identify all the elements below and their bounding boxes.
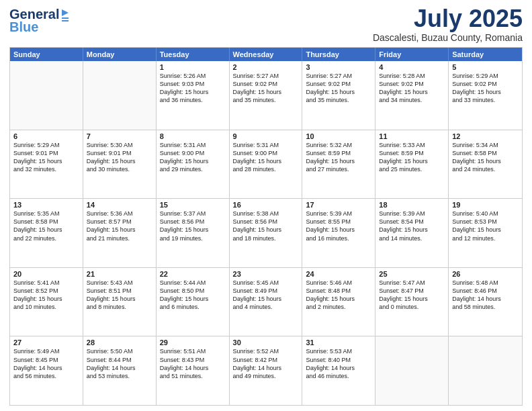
cell-info-line: Sunrise: 5:53 AM xyxy=(306,347,371,355)
cell-info-line: Daylight: 14 hours xyxy=(160,364,226,372)
cell-info-line: Daylight: 15 hours xyxy=(306,226,371,234)
day-cell-10: 10Sunrise: 5:32 AMSunset: 8:59 PMDayligh… xyxy=(302,130,375,199)
cell-info-line: Sunrise: 5:39 AM xyxy=(379,210,445,218)
day-cell-18: 18Sunrise: 5:39 AMSunset: 8:54 PMDayligh… xyxy=(375,199,449,267)
day-number: 26 xyxy=(452,270,519,278)
day-cell-12: 12Sunrise: 5:34 AMSunset: 8:58 PMDayligh… xyxy=(449,130,522,199)
cell-info-line: Daylight: 15 hours xyxy=(452,157,519,165)
cell-info-line: Daylight: 15 hours xyxy=(160,157,226,165)
calendar-row-2: 13Sunrise: 5:35 AMSunset: 8:58 PMDayligh… xyxy=(10,198,522,267)
header-thursday: Thursday xyxy=(302,48,375,61)
cell-info-line: Sunrise: 5:27 AM xyxy=(233,72,299,80)
day-cell-30: 30Sunrise: 5:52 AMSunset: 8:42 PMDayligh… xyxy=(230,336,303,405)
cell-info-line: Sunset: 9:01 PM xyxy=(13,149,79,157)
cell-info-line: Sunset: 8:42 PM xyxy=(233,356,299,364)
day-cell-22: 22Sunrise: 5:44 AMSunset: 8:50 PMDayligh… xyxy=(157,268,230,336)
cell-info-line: Daylight: 15 hours xyxy=(160,88,226,96)
header-friday: Friday xyxy=(375,48,449,61)
cell-info-line: Daylight: 15 hours xyxy=(452,88,519,96)
day-cell-26: 26Sunrise: 5:48 AMSunset: 8:46 PMDayligh… xyxy=(449,268,522,336)
empty-cell xyxy=(10,61,83,130)
day-number: 31 xyxy=(306,338,371,347)
header-right: July 2025 Dascalesti, Buzau County, Roma… xyxy=(373,7,523,43)
day-number: 20 xyxy=(13,270,79,278)
day-number: 8 xyxy=(160,132,226,140)
cell-info-line: and 30 minutes. xyxy=(87,165,152,173)
cell-info-line: and 25 minutes. xyxy=(379,165,445,173)
cell-info-line: Daylight: 15 hours xyxy=(87,226,152,234)
day-cell-24: 24Sunrise: 5:46 AMSunset: 8:48 PMDayligh… xyxy=(302,268,375,336)
day-number: 16 xyxy=(233,201,299,209)
cell-info-line: Sunrise: 5:49 AM xyxy=(13,347,79,355)
day-cell-20: 20Sunrise: 5:41 AMSunset: 8:52 PMDayligh… xyxy=(10,268,83,336)
cell-info-line: Sunset: 8:56 PM xyxy=(160,218,226,226)
cell-info-line: and 35 minutes. xyxy=(306,96,371,104)
cell-info-line: Daylight: 14 hours xyxy=(13,364,79,372)
day-number: 21 xyxy=(87,270,152,278)
day-number: 29 xyxy=(160,338,226,347)
day-cell-21: 21Sunrise: 5:43 AMSunset: 8:51 PMDayligh… xyxy=(83,268,157,336)
cell-info-line: and 21 minutes. xyxy=(87,234,152,242)
day-cell-11: 11Sunrise: 5:33 AMSunset: 8:59 PMDayligh… xyxy=(375,130,449,199)
cell-info-line: and 10 minutes. xyxy=(13,303,79,311)
cell-info-line: Sunrise: 5:31 AM xyxy=(160,141,226,149)
cell-info-line: and 53 minutes. xyxy=(87,372,152,380)
cell-info-line: Sunset: 9:01 PM xyxy=(87,149,152,157)
cell-info-line: Sunset: 8:58 PM xyxy=(452,149,519,157)
cell-info-line: Daylight: 15 hours xyxy=(233,295,299,303)
cell-info-line: Sunrise: 5:46 AM xyxy=(306,279,371,287)
cell-info-line: Sunrise: 5:50 AM xyxy=(87,347,152,355)
cell-info-line: Sunset: 9:02 PM xyxy=(452,80,519,88)
calendar-header: Sunday Monday Tuesday Wednesday Thursday… xyxy=(10,48,522,61)
cell-info-line: Daylight: 15 hours xyxy=(160,226,226,234)
cell-info-line: Daylight: 15 hours xyxy=(379,295,445,303)
cell-info-line: Sunset: 8:48 PM xyxy=(306,287,371,295)
cell-info-line: and 28 minutes. xyxy=(233,165,299,173)
day-cell-23: 23Sunrise: 5:45 AMSunset: 8:49 PMDayligh… xyxy=(230,268,303,336)
cell-info-line: Sunset: 8:55 PM xyxy=(306,218,371,226)
day-cell-16: 16Sunrise: 5:38 AMSunset: 8:56 PMDayligh… xyxy=(230,199,303,267)
cell-info-line: Daylight: 14 hours xyxy=(87,364,152,372)
cell-info-line: and 0 minutes. xyxy=(379,303,445,311)
day-cell-5: 5Sunrise: 5:29 AMSunset: 9:02 PMDaylight… xyxy=(449,61,522,130)
day-cell-31: 31Sunrise: 5:53 AMSunset: 8:40 PMDayligh… xyxy=(302,336,375,405)
day-number: 24 xyxy=(306,270,371,278)
day-number: 4 xyxy=(379,63,445,71)
header-monday: Monday xyxy=(83,48,157,61)
day-cell-27: 27Sunrise: 5:49 AMSunset: 8:45 PMDayligh… xyxy=(10,336,83,405)
cell-info-line: Sunset: 9:02 PM xyxy=(306,80,371,88)
cell-info-line: and 27 minutes. xyxy=(306,165,371,173)
header-wednesday: Wednesday xyxy=(230,48,303,61)
cell-info-line: Sunrise: 5:32 AM xyxy=(306,141,371,149)
cell-info-line: Daylight: 15 hours xyxy=(379,157,445,165)
cell-info-line: and 12 minutes. xyxy=(452,234,519,242)
cell-info-line: Sunset: 8:46 PM xyxy=(452,287,519,295)
cell-info-line: Daylight: 15 hours xyxy=(233,88,299,96)
cell-info-line: Daylight: 15 hours xyxy=(13,295,79,303)
day-number: 15 xyxy=(160,201,226,209)
day-cell-13: 13Sunrise: 5:35 AMSunset: 8:58 PMDayligh… xyxy=(10,199,83,267)
cell-info-line: Sunrise: 5:34 AM xyxy=(452,141,519,149)
cell-info-line: and 29 minutes. xyxy=(160,165,226,173)
empty-cell xyxy=(375,336,449,405)
day-number: 10 xyxy=(306,132,371,140)
day-cell-15: 15Sunrise: 5:37 AMSunset: 8:56 PMDayligh… xyxy=(157,199,230,267)
day-cell-25: 25Sunrise: 5:47 AMSunset: 8:47 PMDayligh… xyxy=(375,268,449,336)
cell-info-line: Sunrise: 5:26 AM xyxy=(160,72,226,80)
cell-info-line: and 18 minutes. xyxy=(233,234,299,242)
cell-info-line: Sunrise: 5:33 AM xyxy=(379,141,445,149)
cell-info-line: and 35 minutes. xyxy=(233,96,299,104)
day-number: 18 xyxy=(379,201,445,209)
cell-info-line: and 58 minutes. xyxy=(452,303,519,311)
cell-info-line: Sunrise: 5:51 AM xyxy=(160,347,226,355)
cell-info-line: Daylight: 14 hours xyxy=(452,295,519,303)
day-cell-14: 14Sunrise: 5:36 AMSunset: 8:57 PMDayligh… xyxy=(83,199,157,267)
day-cell-2: 2Sunrise: 5:27 AMSunset: 9:02 PMDaylight… xyxy=(230,61,303,130)
cell-info-line: Daylight: 15 hours xyxy=(306,88,371,96)
day-cell-28: 28Sunrise: 5:50 AMSunset: 8:44 PMDayligh… xyxy=(83,336,157,405)
cell-info-line: and 34 minutes. xyxy=(379,96,445,104)
empty-cell xyxy=(449,336,522,405)
cell-info-line: and 56 minutes. xyxy=(13,372,79,380)
cell-info-line: Sunrise: 5:29 AM xyxy=(13,141,79,149)
cell-info-line: and 4 minutes. xyxy=(233,303,299,311)
